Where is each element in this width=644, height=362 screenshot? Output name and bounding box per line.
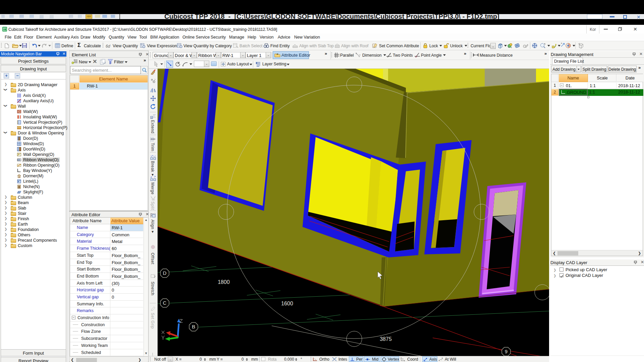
svg-text:1800: 1800 (218, 279, 230, 285)
svg-text:C: C (163, 300, 167, 306)
svg-text:B: B (192, 324, 195, 329)
svg-text:3875: 3875 (380, 336, 392, 342)
svg-text:9: 9 (505, 349, 507, 354)
svg-text:1600: 1600 (281, 301, 293, 306)
svg-text:n: n (151, 117, 152, 119)
svg-text:D: D (163, 270, 167, 276)
